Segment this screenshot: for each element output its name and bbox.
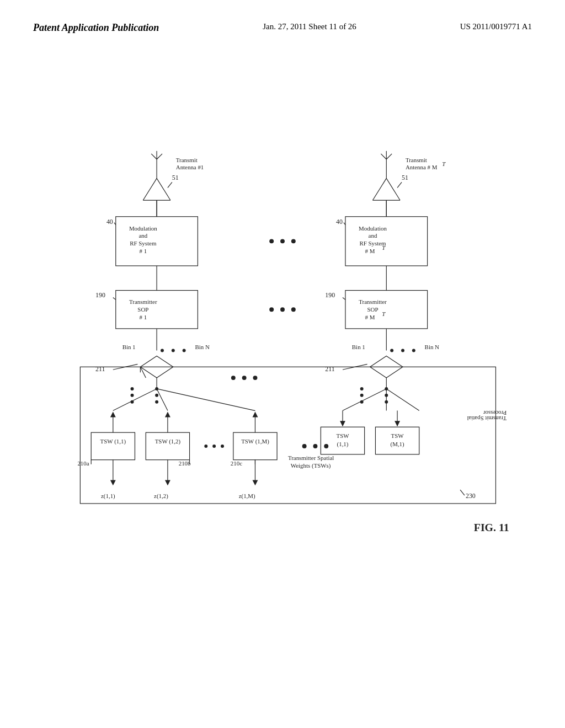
svg-point-44: [131, 387, 134, 390]
svg-point-34: [183, 349, 186, 352]
svg-line-8: [168, 182, 172, 188]
svg-marker-76: [253, 480, 258, 485]
svg-point-58: [204, 445, 207, 448]
svg-text:and: and: [138, 232, 147, 239]
svg-text:Bin 1: Bin 1: [352, 344, 365, 350]
svg-text:RF System: RF System: [130, 240, 157, 247]
svg-text:Bin 1: Bin 1: [122, 344, 136, 350]
svg-point-113: [401, 349, 404, 352]
svg-text:Processor: Processor: [483, 410, 507, 417]
svg-point-20: [280, 239, 285, 243]
svg-text:SOP: SOP: [137, 306, 148, 313]
diagram-area: text { font-family: 'Times New Roman', T…: [33, 83, 532, 684]
svg-marker-72: [110, 480, 116, 485]
svg-text:190: 190: [325, 291, 335, 299]
svg-text:TSW (1,M): TSW (1,M): [241, 438, 269, 445]
svg-marker-74: [165, 480, 170, 485]
svg-line-141: [343, 389, 386, 411]
svg-text:TSW: TSW: [337, 432, 350, 439]
svg-text:(M,1): (M,1): [391, 441, 404, 448]
svg-text:210a: 210a: [77, 460, 89, 467]
svg-point-21: [291, 239, 296, 243]
svg-text:z(1,1): z(1,1): [101, 493, 115, 500]
svg-line-138: [113, 389, 157, 411]
svg-text:T: T: [442, 160, 446, 167]
svg-marker-70: [253, 412, 258, 417]
svg-point-135: [231, 376, 236, 380]
svg-point-136: [242, 376, 247, 380]
svg-text:TSW (1,1): TSW (1,1): [100, 438, 126, 445]
svg-text:40: 40: [106, 218, 113, 226]
sheet-info: Jan. 27, 2011 Sheet 11 of 26: [263, 22, 356, 31]
svg-text:Weights (TSWs): Weights (TSWs): [291, 462, 331, 469]
svg-rect-125: [80, 367, 495, 504]
svg-text:Modulation: Modulation: [129, 225, 157, 232]
svg-text:Bin N: Bin N: [425, 344, 439, 350]
svg-line-140: [157, 389, 255, 411]
svg-line-88: [397, 182, 402, 188]
svg-text:Modulation: Modulation: [359, 225, 387, 232]
svg-line-131: [460, 490, 465, 495]
page: Patent Application Publication Jan. 27, …: [0, 0, 565, 728]
svg-point-134: [324, 444, 328, 448]
svg-line-143: [386, 389, 419, 411]
circuit-diagram: text { font-family: 'Times New Roman', T…: [33, 83, 532, 684]
svg-rect-61: [233, 432, 277, 460]
svg-marker-151: [340, 421, 345, 426]
svg-text:Antenna # M: Antenna # M: [406, 164, 438, 170]
svg-point-132: [302, 444, 307, 448]
svg-text:Transmitter Spatial: Transmitter Spatial: [288, 454, 334, 461]
svg-line-82: [386, 178, 400, 200]
svg-text:Transmitter: Transmitter: [359, 298, 387, 305]
svg-rect-54: [146, 432, 189, 460]
svg-line-139: [157, 389, 168, 411]
svg-text:40: 40: [336, 218, 343, 226]
svg-text:51: 51: [172, 174, 179, 181]
svg-text:TSW: TSW: [391, 432, 404, 439]
svg-rect-12: [116, 217, 198, 266]
svg-line-109: [343, 297, 345, 299]
svg-text:Transmitter: Transmitter: [129, 298, 157, 305]
svg-text:230: 230: [466, 492, 476, 500]
svg-text:SOP: SOP: [367, 306, 379, 313]
svg-point-120: [360, 394, 364, 397]
page-header: Patent Application Publication Jan. 27, …: [0, 0, 565, 34]
svg-rect-24: [116, 291, 198, 329]
svg-point-119: [360, 387, 364, 390]
svg-text:210c: 210c: [231, 460, 242, 467]
svg-text:# M: # M: [365, 314, 375, 320]
svg-text:T: T: [382, 311, 386, 317]
svg-point-36: [269, 307, 274, 312]
svg-text:Bin N: Bin N: [195, 344, 209, 350]
svg-text:(1,1): (1,1): [337, 441, 349, 448]
svg-point-48: [155, 394, 158, 397]
svg-text:190: 190: [95, 291, 105, 299]
svg-line-4: [151, 154, 157, 159]
svg-text:TSW (1,2): TSW (1,2): [155, 438, 181, 445]
svg-line-81: [373, 178, 387, 200]
svg-rect-50: [91, 432, 135, 460]
svg-point-133: [313, 444, 317, 448]
svg-line-5: [157, 154, 162, 159]
svg-point-49: [155, 400, 158, 404]
svg-point-33: [172, 349, 175, 352]
svg-point-137: [253, 376, 257, 380]
svg-text:211: 211: [325, 365, 334, 373]
svg-text:z(1,2): z(1,2): [154, 493, 168, 500]
svg-text:# 1: # 1: [140, 314, 147, 320]
svg-point-19: [269, 239, 274, 243]
svg-rect-93: [345, 217, 428, 266]
svg-point-112: [390, 349, 393, 352]
svg-point-38: [291, 307, 296, 312]
svg-marker-68: [110, 412, 116, 417]
svg-marker-69: [165, 412, 170, 417]
svg-text:# 1: # 1: [140, 248, 147, 254]
svg-text:Transmit: Transmit: [176, 157, 198, 163]
svg-marker-153: [395, 421, 400, 426]
svg-text:51: 51: [402, 174, 408, 181]
svg-point-59: [212, 445, 216, 448]
svg-rect-103: [345, 291, 428, 329]
patent-number: US 2011/0019771 A1: [460, 22, 532, 31]
svg-line-85: [386, 154, 392, 159]
svg-text:211: 211: [95, 365, 105, 373]
